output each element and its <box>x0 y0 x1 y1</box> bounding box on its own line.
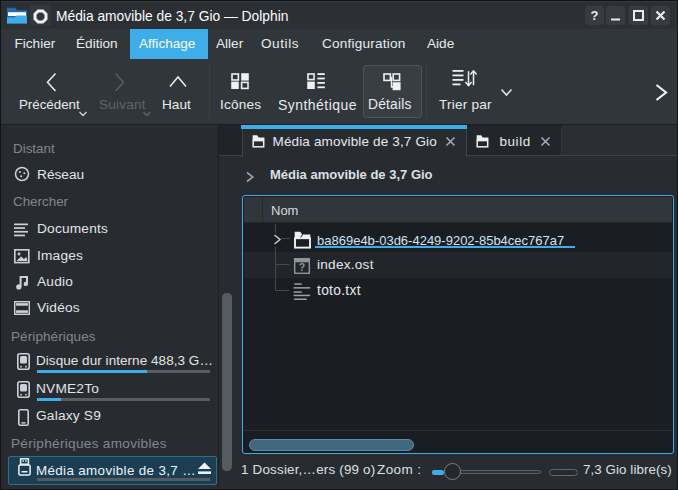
svg-text:?: ? <box>299 261 305 273</box>
